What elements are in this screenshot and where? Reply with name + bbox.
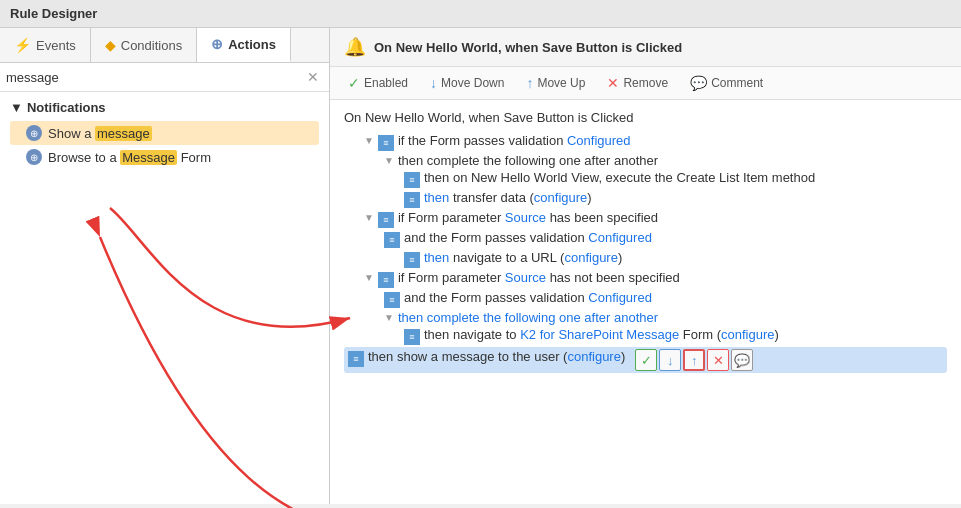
remove-icon: ✕ — [607, 75, 619, 91]
expand-icon[interactable]: ▼ — [10, 100, 23, 115]
tab-conditions[interactable]: ◆ Conditions — [91, 28, 197, 62]
remove-label: Remove — [623, 76, 668, 90]
rule-line-4: ≡ then transfer data (configure) — [344, 190, 947, 208]
move-up-label: Move Up — [537, 76, 585, 90]
inline-toolbar: ✓ ↓ ↑ ✕ 💬 — [635, 349, 753, 371]
action-icon-12: ≡ — [348, 351, 364, 367]
comment-label: Comment — [711, 76, 763, 90]
action-icon-6: ≡ — [384, 232, 400, 248]
link-configure-12[interactable]: configure — [567, 349, 620, 364]
rule-line-2: ▼ then complete the following one after … — [344, 153, 947, 168]
show-message-icon: ⊕ — [26, 125, 42, 141]
link-then-complete-10[interactable]: then complete the following one after an… — [398, 310, 658, 325]
action-icon-7: ≡ — [404, 252, 420, 268]
rule-header: 🔔 On New Hello World, when Save Button i… — [330, 28, 961, 67]
rule-line-1: ▼ ≡ if the Form passes validation Config… — [344, 133, 947, 151]
show-message-text: Show a message — [48, 126, 152, 141]
browse-message-text: Browse to a Message Form — [48, 150, 211, 165]
rule-line-11: ≡ then navigate to K2 for SharePoint Mes… — [344, 327, 947, 345]
left-panel: ⚡ Events ◆ Conditions ⊕ Actions ✕ ▼ Noti… — [0, 28, 330, 504]
rule-line-5: ▼ ≡ if Form parameter Source has been sp… — [344, 210, 947, 228]
action-icon-11: ≡ — [404, 329, 420, 345]
actions-icon: ⊕ — [211, 36, 223, 52]
tabs-row: ⚡ Events ◆ Conditions ⊕ Actions — [0, 28, 329, 63]
action-icon-1: ≡ — [378, 135, 394, 151]
collapse-1[interactable]: ▼ — [364, 135, 374, 146]
rule-header-icon: 🔔 — [344, 36, 366, 58]
move-down-label: Move Down — [441, 76, 504, 90]
tree-group-label-text: Notifications — [27, 100, 106, 115]
events-icon: ⚡ — [14, 37, 31, 53]
action-icon-4: ≡ — [404, 192, 420, 208]
action-icon-3: ≡ — [404, 172, 420, 188]
inline-up-btn[interactable]: ↑ — [683, 349, 705, 371]
search-clear-icon[interactable]: ✕ — [303, 67, 323, 87]
tab-actions-label: Actions — [228, 37, 276, 52]
rule-line-6: ≡ and the Form passes validation Configu… — [344, 230, 947, 248]
tree-item-browse-message[interactable]: ⊕ Browse to a Message Form — [10, 145, 319, 169]
right-panel: 🔔 On New Hello World, when Save Button i… — [330, 28, 961, 504]
link-configure-4[interactable]: configure — [534, 190, 587, 205]
rule-line-12: ≡ then show a message to the user (confi… — [344, 347, 947, 373]
rule-line-3: ≡ then on New Hello World View, execute … — [344, 170, 947, 188]
link-configure-7[interactable]: configure — [564, 250, 617, 265]
rule-line-7: ≡ then navigate to a URL (configure) — [344, 250, 947, 268]
comment-button[interactable]: 💬 Comment — [682, 72, 771, 94]
highlight-message2: Message — [120, 150, 177, 165]
move-up-icon: ↑ — [526, 75, 533, 91]
rule-line-10: ▼ then complete the following one after … — [344, 310, 947, 325]
toolbar-row: ✓ Enabled ↓ Move Down ↑ Move Up ✕ Remove… — [330, 67, 961, 100]
enabled-button[interactable]: ✓ Enabled — [340, 72, 416, 94]
collapse-8[interactable]: ▼ — [364, 272, 374, 283]
tree-item-show-message[interactable]: ⊕ Show a message — [10, 121, 319, 145]
collapse-10[interactable]: ▼ — [384, 312, 394, 323]
app-title: Rule Designer — [10, 6, 97, 21]
rule-header-title: On New Hello World, when Save Button is … — [374, 40, 682, 55]
move-down-icon: ↓ — [430, 75, 437, 91]
comment-icon: 💬 — [690, 75, 707, 91]
search-row: ✕ — [0, 63, 329, 92]
link-configure-11[interactable]: configure — [721, 327, 774, 342]
enabled-label: Enabled — [364, 76, 408, 90]
rule-body-title: On New Hello World, when Save Button is … — [344, 110, 947, 125]
conditions-icon: ◆ — [105, 37, 116, 53]
inline-remove-btn[interactable]: ✕ — [707, 349, 729, 371]
move-down-button[interactable]: ↓ Move Down — [422, 72, 512, 94]
link-configured-1[interactable]: Configured — [567, 133, 631, 148]
collapse-5[interactable]: ▼ — [364, 212, 374, 223]
tree-area: ▼ Notifications ⊕ Show a message ⊕ Brows… — [0, 92, 329, 504]
inline-enabled-btn[interactable]: ✓ — [635, 349, 657, 371]
link-configured-6[interactable]: Configured — [588, 230, 652, 245]
inline-down-btn[interactable]: ↓ — [659, 349, 681, 371]
tab-events-label: Events — [36, 38, 76, 53]
search-input[interactable] — [6, 70, 303, 85]
remove-button[interactable]: ✕ Remove — [599, 72, 676, 94]
action-icon-5: ≡ — [378, 212, 394, 228]
enabled-icon: ✓ — [348, 75, 360, 91]
link-then-7[interactable]: then — [424, 250, 449, 265]
link-configured-9[interactable]: Configured — [588, 290, 652, 305]
tab-events[interactable]: ⚡ Events — [0, 28, 91, 62]
tab-actions[interactable]: ⊕ Actions — [197, 28, 291, 62]
action-icon-9: ≡ — [384, 292, 400, 308]
tree-group-notifications: ▼ Notifications — [10, 100, 319, 115]
link-then-4[interactable]: then — [424, 190, 449, 205]
link-k2-11[interactable]: K2 for SharePoint Message — [520, 327, 679, 342]
inline-comment-btn[interactable]: 💬 — [731, 349, 753, 371]
link-source-5[interactable]: Source — [505, 210, 546, 225]
rule-body: On New Hello World, when Save Button is … — [330, 100, 961, 504]
collapse-2[interactable]: ▼ — [384, 155, 394, 166]
browse-message-icon: ⊕ — [26, 149, 42, 165]
link-source-8[interactable]: Source — [505, 270, 546, 285]
tab-conditions-label: Conditions — [121, 38, 182, 53]
rule-line-8: ▼ ≡ if Form parameter Source has not bee… — [344, 270, 947, 288]
move-up-button[interactable]: ↑ Move Up — [518, 72, 593, 94]
top-bar: Rule Designer — [0, 0, 961, 28]
rule-line-9: ≡ and the Form passes validation Configu… — [344, 290, 947, 308]
action-icon-8: ≡ — [378, 272, 394, 288]
highlight-message: message — [95, 126, 152, 141]
